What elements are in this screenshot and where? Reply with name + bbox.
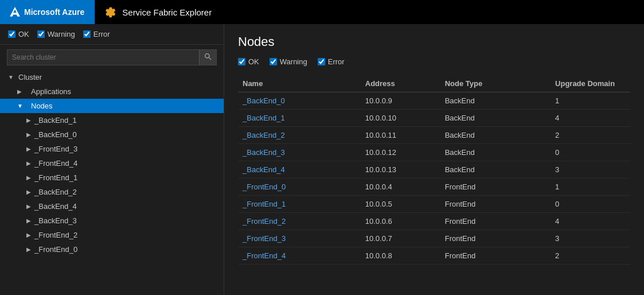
tree-applications[interactable]: ▶ Applications <box>0 84 224 99</box>
tree-nodes-label: Nodes <box>31 102 53 110</box>
cell-upgradedom: 2 <box>551 127 630 144</box>
table-body: _BackEnd_0 10.0.0.9 BackEnd 1 _BackEnd_1… <box>238 92 630 265</box>
svg-line-1 <box>209 57 211 60</box>
chevron-right-icon: ▶ <box>26 218 31 224</box>
search-icon <box>204 53 212 60</box>
cell-nodetype: BackEnd <box>440 161 551 178</box>
tree-node-label: _FrontEnd_2 <box>34 231 77 239</box>
tree-node-item[interactable]: ▶ _BackEnd_2 <box>0 185 224 199</box>
node-link[interactable]: _FrontEnd_3 <box>243 234 286 243</box>
azure-label: Microsoft Azure <box>24 7 84 17</box>
cell-address: 10.0.0.12 <box>361 144 440 161</box>
topbar: Microsoft Azure Service Fabric Explorer <box>0 0 644 24</box>
node-link[interactable]: _BackEnd_1 <box>243 114 285 122</box>
content-warning-label: Warning <box>280 57 307 66</box>
cell-nodetype: BackEnd <box>440 144 551 161</box>
node-link[interactable]: _FrontEnd_2 <box>243 217 286 226</box>
content-warning-checkbox[interactable] <box>270 58 277 65</box>
azure-logo-icon <box>9 6 21 18</box>
tree-node-item[interactable]: ▶ _BackEnd_1 <box>0 113 224 127</box>
node-link[interactable]: _BackEnd_4 <box>243 165 285 174</box>
content-filter-ok[interactable]: OK <box>238 57 259 66</box>
cell-nodetype: FrontEnd <box>440 230 551 247</box>
table-row: _FrontEnd_3 10.0.0.7 FrontEnd 3 <box>238 230 630 247</box>
sidebar-ok-checkbox[interactable] <box>8 30 15 38</box>
chevron-right-icon: ▶ <box>26 246 31 253</box>
node-link[interactable]: _BackEnd_3 <box>243 148 285 157</box>
chevron-right-icon: ▶ <box>26 131 31 138</box>
cell-name: _BackEnd_2 <box>238 127 361 144</box>
content-filter-error[interactable]: Error <box>318 57 345 66</box>
tree-node-item[interactable]: ▶ _BackEnd_4 <box>0 199 224 214</box>
cell-address: 10.0.0.4 <box>361 178 440 196</box>
tree-node-item[interactable]: ▶ _FrontEnd_1 <box>0 170 224 185</box>
sidebar-filter-warning[interactable]: Warning <box>37 30 75 38</box>
node-link[interactable]: _FrontEnd_1 <box>243 200 286 208</box>
cell-name: _BackEnd_3 <box>238 144 361 161</box>
cell-upgradedom: 1 <box>551 92 630 110</box>
tree-node-label: _BackEnd_1 <box>34 116 77 125</box>
content-filter-warning[interactable]: Warning <box>270 57 307 66</box>
tree-nodes[interactable]: ▼ Nodes <box>0 99 224 113</box>
node-link[interactable]: _BackEnd_0 <box>243 96 285 105</box>
tree-node-item[interactable]: ▶ _BackEnd_3 <box>0 214 224 228</box>
table-row: _BackEnd_4 10.0.0.13 BackEnd 3 <box>238 161 630 178</box>
sidebar-filters: OK Warning Error <box>0 24 224 45</box>
chevron-right-icon: ▶ <box>26 174 31 181</box>
tree-node-label: _BackEnd_3 <box>34 216 77 225</box>
tree-node-item[interactable]: ▶ _FrontEnd_4 <box>0 156 224 170</box>
search-input[interactable] <box>7 51 199 64</box>
app-title-area: Service Fabric Explorer <box>95 6 221 18</box>
sidebar-warning-checkbox[interactable] <box>37 30 45 38</box>
content-error-checkbox[interactable] <box>318 58 325 65</box>
tree-node-item[interactable]: ▶ _BackEnd_0 <box>0 127 224 142</box>
content-ok-checkbox[interactable] <box>238 58 245 65</box>
cell-upgradedom: 2 <box>551 247 630 265</box>
cell-address: 10.0.0.13 <box>361 161 440 178</box>
nodes-table: Name Address Node Type Upgrade Domain _B… <box>238 75 630 265</box>
chevron-right-icon: ▶ <box>26 203 31 209</box>
content-error-label: Error <box>328 57 345 66</box>
cell-name: _BackEnd_4 <box>238 161 361 178</box>
node-link[interactable]: _BackEnd_2 <box>243 131 285 139</box>
sidebar-ok-label: OK <box>18 30 29 38</box>
cell-address: 10.0.0.5 <box>361 196 440 213</box>
azure-brand: Microsoft Azure <box>0 0 93 24</box>
sidebar-error-label: Error <box>93 30 110 38</box>
cell-upgradedom: 3 <box>551 230 630 247</box>
main-area: OK Warning Error <box>0 24 644 295</box>
search-button[interactable] <box>199 50 216 65</box>
tree-node-item[interactable]: ▶ _FrontEnd_3 <box>0 142 224 156</box>
tree-applications-label: Applications <box>31 87 71 96</box>
chevron-right-icon: ▶ <box>26 117 31 123</box>
chevron-right-icon: ▶ <box>26 189 31 195</box>
node-link[interactable]: _FrontEnd_4 <box>243 251 286 260</box>
svg-point-0 <box>205 54 209 58</box>
cell-nodetype: BackEnd <box>440 127 551 144</box>
content-panel: Nodes OK Warning Error Name Address <box>224 24 644 295</box>
table-row: _FrontEnd_4 10.0.0.8 FrontEnd 2 <box>238 247 630 265</box>
table-row: _BackEnd_0 10.0.0.9 BackEnd 1 <box>238 92 630 110</box>
table-row: _BackEnd_1 10.0.0.10 BackEnd 4 <box>238 110 630 127</box>
tree-node-label: _FrontEnd_3 <box>34 145 77 153</box>
sidebar-error-checkbox[interactable] <box>83 30 91 38</box>
cell-upgradedom: 4 <box>551 213 630 230</box>
sidebar-filter-error[interactable]: Error <box>83 30 110 38</box>
cell-upgradedom: 3 <box>551 161 630 178</box>
tree-node-item[interactable]: ▶ _FrontEnd_2 <box>0 228 224 242</box>
sidebar-filter-ok[interactable]: OK <box>8 30 29 38</box>
cell-name: _FrontEnd_4 <box>238 247 361 265</box>
tree-node-item[interactable]: ▶ _FrontEnd_0 <box>0 242 224 257</box>
cell-address: 10.0.0.9 <box>361 92 440 110</box>
cell-name: _FrontEnd_1 <box>238 196 361 213</box>
tree-cluster-label: Cluster <box>18 73 42 81</box>
node-link[interactable]: _FrontEnd_0 <box>243 183 286 191</box>
col-header-nodetype: Node Type <box>440 75 551 92</box>
sidebar-warning-label: Warning <box>48 30 75 38</box>
tree-cluster[interactable]: ▼ Cluster <box>0 70 224 84</box>
table-row: _BackEnd_2 10.0.0.11 BackEnd 2 <box>238 127 630 144</box>
gear-icon <box>104 6 116 18</box>
cell-name: _FrontEnd_0 <box>238 178 361 196</box>
col-header-name: Name <box>238 75 361 92</box>
cell-nodetype: FrontEnd <box>440 213 551 230</box>
